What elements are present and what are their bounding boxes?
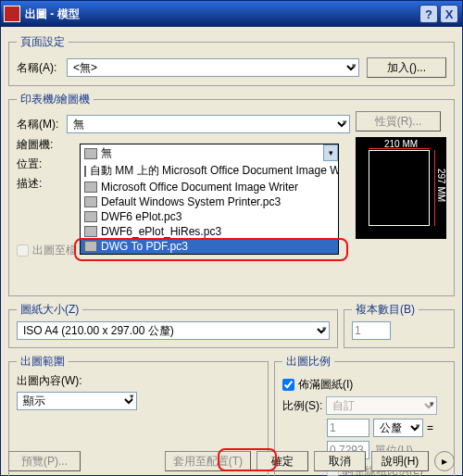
title-bar: 出圖 - 模型 ? X (1, 1, 462, 27)
printer-option[interactable]: Microsoft Office Document Image Writer (81, 180, 338, 194)
printer-option[interactable]: DWF6_ePlot_HiRes.pc3 (81, 224, 338, 239)
plot-dialog: 出圖 - 模型 ? X 頁面設定 名稱(A): <無> 加入()... 印表機/… (0, 0, 463, 476)
printer-name-select[interactable]: 無 (67, 115, 350, 133)
paper-size-legend: 圖紙大小(Z) (17, 302, 82, 318)
plotter-label: 繪圖機: (17, 137, 67, 153)
preview-button[interactable]: 預覽(P)... (8, 451, 81, 471)
app-icon (5, 6, 19, 21)
scale-unit-select[interactable]: 公釐 (373, 419, 423, 437)
printer-icon (84, 211, 97, 222)
page-setup-name-select[interactable]: <無> (67, 58, 359, 77)
page-setup-legend: 頁面設定 (17, 34, 69, 50)
paper-size-group: 圖紙大小(Z) ISO A4 (210.00 x 297.00 公釐) (8, 302, 338, 348)
copies-input (352, 321, 391, 340)
printer-icon (84, 166, 86, 177)
printer-legend: 印表機/繪圖機 (17, 92, 94, 107)
scale-label: 比例(S): (282, 398, 322, 414)
add-page-setup-button[interactable]: 加入()... (367, 57, 446, 78)
printer-icon (84, 241, 97, 252)
printer-properties-button[interactable]: 性質(R)... (356, 111, 441, 132)
printer-option[interactable]: Default Windows System Printer.pc3 (81, 194, 338, 209)
help-button[interactable]: ? (419, 5, 438, 23)
equals-label: = (427, 421, 433, 434)
fit-to-paper-checkbox[interactable] (282, 379, 294, 391)
plot-what-select[interactable]: 顯示 (17, 392, 137, 410)
printer-name-dropdown-list[interactable]: 無 自動 MM 上的 Microsoft Office Document Ima… (80, 144, 339, 255)
printer-option-selected[interactable]: DWG To PDF.pc3 (81, 239, 338, 254)
scale-unit-input (327, 419, 369, 437)
cancel-button[interactable]: 取消 (314, 451, 366, 471)
chevron-right-icon: ▸ (442, 455, 447, 468)
location-label: 位置: (17, 157, 67, 172)
printer-name-label: 名稱(M): (17, 117, 67, 132)
expand-options-button[interactable]: ▸ (434, 451, 455, 471)
copies-group: 複本數目(B) (344, 302, 455, 348)
ok-button[interactable]: 確定 (257, 451, 308, 471)
plot-to-file-label: 出圖至檔 (32, 243, 77, 258)
paper-preview: 210 MM 297 MM (356, 137, 446, 239)
printer-option[interactable]: 無 (81, 144, 338, 162)
printer-icon (84, 226, 97, 237)
apply-to-layout-button[interactable]: 套用至配置(T) (165, 451, 251, 471)
plot-to-file-checkbox (17, 244, 29, 257)
printer-option[interactable]: DWF6 ePlot.pc3 (81, 209, 338, 224)
window-title: 出圖 - 模型 (25, 6, 419, 22)
paper-size-select[interactable]: ISO A4 (210.00 x 297.00 公釐) (17, 321, 330, 340)
close-button[interactable]: X (440, 5, 458, 23)
copies-legend: 複本數目(B) (352, 302, 419, 318)
plot-scale-legend: 出圖比例 (282, 354, 334, 370)
dialog-footer: 預覽(P)... 套用至配置(T) 確定 取消 說明(H) ▸ (1, 451, 462, 471)
dropdown-arrow-icon[interactable] (323, 144, 338, 161)
printer-icon (84, 196, 97, 207)
printer-icon (84, 182, 97, 193)
plot-area-legend: 出圖範圍 (17, 354, 69, 370)
help-dialog-button[interactable]: 說明(H) (371, 451, 429, 471)
page-setup-name-label: 名稱(A): (17, 60, 67, 76)
fit-to-paper-label: 佈滿圖紙(I) (298, 377, 353, 393)
description-label: 描述: (17, 176, 67, 192)
preview-height-label: 297 MM (436, 169, 446, 202)
scale-select: 自訂 (326, 396, 437, 415)
page-setup-group: 頁面設定 名稱(A): <無> 加入()... (8, 34, 455, 86)
printer-option[interactable]: 自動 MM 上的 Microsoft Office Document Image… (81, 162, 338, 180)
printer-icon (84, 148, 97, 159)
plot-what-label: 出圖內容(W): (17, 373, 260, 389)
